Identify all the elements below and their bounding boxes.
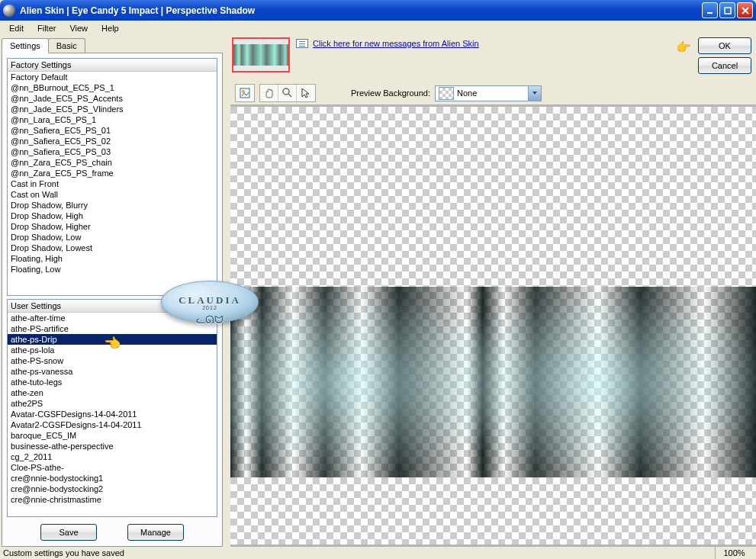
zoom-tool-button[interactable] (278, 85, 297, 101)
factory-settings-header: Factory Settings (8, 59, 217, 72)
tab-basic[interactable]: Basic (48, 38, 85, 53)
toolbar-row: Preview Background: None (230, 82, 756, 104)
manage-button[interactable]: Manage (127, 524, 184, 541)
app-icon (3, 5, 15, 17)
user-settings-panel: User Settings athe-after-timeathe-PS-art… (7, 299, 217, 517)
list-item[interactable]: Cast in Front (8, 178, 217, 189)
message-link-row: Click here for new messages from Alien S… (296, 39, 479, 48)
list-item[interactable]: @nn_Safiera_EC5_PS_03 (8, 146, 217, 157)
preview-canvas[interactable] (230, 104, 756, 547)
status-text: Custom settings you have saved (3, 548, 715, 557)
list-item[interactable]: athe-PS-artifice (8, 323, 217, 334)
list-item[interactable]: athe-ps-vanessa (8, 366, 217, 377)
list-item[interactable]: athe2PS (8, 398, 217, 409)
list-item[interactable]: @nn_Zara_EC5_PS_chain (8, 157, 217, 168)
arrow-tool-button[interactable] (297, 85, 315, 101)
list-item[interactable]: Floating, High (8, 253, 217, 264)
tool-group-filter (235, 84, 255, 102)
menu-edit[interactable]: Edit (3, 22, 30, 34)
list-item[interactable]: Avatar-CGSFDesigns-14-04-2011 (8, 409, 217, 419)
list-item[interactable]: Factory Default (8, 72, 217, 82)
list-item[interactable]: @nn_Jade_EC5_PS_Accents (8, 93, 217, 104)
list-item[interactable]: @nn_Jade_EC5_PS_Vlinders (8, 104, 217, 114)
filter-tool-button[interactable] (236, 85, 254, 101)
list-item[interactable]: baroque_EC5_IM (8, 430, 217, 441)
preview-background-value: None (457, 88, 528, 98)
preview-background-select[interactable]: None (435, 85, 542, 101)
list-item[interactable]: Avatar2-CGSFDesigns-14-04-2011 (8, 419, 217, 430)
svg-line-5 (288, 94, 291, 97)
message-icon (296, 39, 308, 48)
maximize-button[interactable] (719, 2, 735, 18)
factory-settings-list[interactable]: Factory Default@nn_BBurnout_EC5_PS_1@nn_… (8, 72, 217, 295)
list-item[interactable]: @nn_BBurnout_EC5_PS_1 (8, 82, 217, 93)
menu-view[interactable]: View (63, 22, 94, 34)
list-item[interactable]: Floating, Low (8, 264, 217, 275)
menu-help[interactable]: Help (95, 22, 125, 34)
list-item[interactable]: @nn_Zara_EC5_PS_frame (8, 168, 217, 178)
right-panel: Click here for new messages from Alien S… (230, 36, 756, 547)
list-item[interactable]: businesse-athe-perspective (8, 441, 217, 451)
list-item[interactable]: athe-tuto-legs (8, 377, 217, 387)
list-item[interactable]: cg_2_2011 (8, 451, 217, 462)
list-item[interactable]: @nn_Safiera_EC5_PS_01 (8, 125, 217, 136)
preview-image-strip (230, 287, 756, 477)
alien-skin-messages-link[interactable]: Click here for new messages from Alien S… (313, 39, 479, 48)
window-title: Alien Skin | Eye Candy 5 Impact | Perspe… (20, 5, 702, 16)
hand-tool-button[interactable] (260, 85, 278, 101)
ok-button-label: OK (719, 41, 731, 50)
user-settings-header: User Settings (8, 300, 217, 313)
svg-point-4 (283, 88, 289, 95)
settings-tab-body: Factory Settings Factory Default@nn_BBur… (2, 53, 223, 547)
list-item[interactable]: @nn_Lara_EC5_PS_1 (8, 114, 217, 125)
list-item[interactable]: Cast on Wall (8, 189, 217, 200)
title-bar: Alien Skin | Eye Candy 5 Impact | Perspe… (0, 0, 756, 21)
zoom-level: 100% (715, 547, 753, 559)
list-item[interactable]: Drop Shadow, Low (8, 232, 217, 243)
list-item[interactable]: cre@nnie-bodystocking2 (8, 484, 217, 494)
list-item[interactable]: cre@nnie-bodystocking1 (8, 473, 217, 484)
menu-filter[interactable]: Filter (31, 22, 62, 34)
list-item[interactable]: cre@nnie-christmastime (8, 494, 217, 505)
factory-settings-panel: Factory Settings Factory Default@nn_BBur… (7, 58, 217, 296)
pointer-hand-icon: 👉 (676, 40, 691, 55)
list-item[interactable]: athe-PS-snow (8, 355, 217, 366)
list-item[interactable]: Drop Shadow, High (8, 210, 217, 221)
tool-group-nav (259, 84, 316, 102)
menu-bar: Edit Filter View Help (0, 21, 756, 36)
svg-point-3 (242, 90, 245, 93)
svg-rect-1 (725, 8, 731, 14)
list-item[interactable]: Drop Shadow, Lowest (8, 243, 217, 253)
preview-background-label: Preview Background: (351, 88, 430, 98)
list-item[interactable]: Drop Shadow, Higher (8, 221, 217, 232)
svg-rect-0 (707, 12, 713, 14)
pointer-hand-icon: 👈 (104, 335, 121, 352)
left-panel: Settings Basic Factory Settings Factory … (0, 36, 226, 547)
chevron-down-icon (528, 86, 541, 101)
tab-settings[interactable]: Settings (2, 38, 49, 53)
list-item[interactable]: athe-after-time (8, 313, 217, 323)
window-buttons (702, 2, 753, 18)
list-item[interactable]: Cloe-PS-athe- (8, 462, 217, 473)
list-item[interactable]: @nn_Safiera_EC5_PS_02 (8, 136, 217, 146)
transparency-swatch-icon (439, 87, 454, 100)
list-item[interactable]: athe-zen (8, 387, 217, 398)
close-button[interactable] (737, 2, 753, 18)
ok-button[interactable]: 👉OK (698, 37, 751, 54)
list-item[interactable]: Drop Shadow, Blurry (8, 200, 217, 210)
cancel-button[interactable]: Cancel (698, 57, 751, 74)
status-bar: Custom settings you have saved 100% (0, 547, 756, 559)
minimize-button[interactable] (702, 2, 718, 18)
save-button[interactable]: Save (40, 524, 97, 541)
preview-thumbnail[interactable] (232, 37, 290, 72)
